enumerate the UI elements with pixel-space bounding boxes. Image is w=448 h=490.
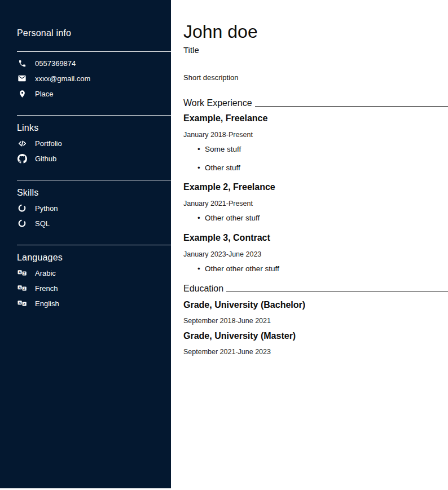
skills-section: Skills Python SQL bbox=[17, 180, 171, 245]
location-pin-icon bbox=[17, 89, 27, 99]
person-name: John doe bbox=[183, 21, 448, 42]
languages-section: Languages AZ Arabic AZ French AZ bbox=[17, 245, 171, 325]
circle-notch-icon bbox=[17, 218, 27, 228]
email-row: xxxx@gmail.com bbox=[17, 73, 171, 83]
work-entry: Example 3, Contract January 2023-June 20… bbox=[183, 233, 448, 273]
bullet-item: Other other other stuff bbox=[183, 265, 448, 273]
language-label: French bbox=[35, 284, 58, 293]
links-heading: Links bbox=[17, 123, 171, 133]
resume-page: Personal info 0557369874 xxxx@gmail.com bbox=[0, 0, 448, 490]
email-address: xxxx@gmail.com bbox=[35, 74, 90, 83]
degree-period: September 2018-June 2021 bbox=[183, 317, 448, 325]
language-label: Arabic bbox=[35, 269, 56, 277]
github-link[interactable]: Github bbox=[17, 153, 171, 164]
languages-heading: Languages bbox=[17, 253, 171, 263]
sidebar: Personal info 0557369874 xxxx@gmail.com bbox=[0, 0, 171, 488]
job-bullets: Other other other stuff bbox=[183, 265, 448, 273]
github-label: Github bbox=[35, 154, 56, 163]
degree-title: Grade, University (Master) bbox=[183, 331, 448, 341]
portfolio-link[interactable]: Portfolio bbox=[17, 138, 171, 148]
language-item: AZ English bbox=[17, 298, 171, 308]
work-experience-header: Work Experience bbox=[183, 98, 448, 108]
portfolio-label: Portfolio bbox=[35, 139, 62, 148]
job-period: January 2018-Present bbox=[183, 131, 448, 139]
personal-info-heading: Personal info bbox=[17, 28, 171, 38]
personal-info-section: Personal info 0557369874 xxxx@gmail.com bbox=[17, 28, 171, 115]
short-description: Short description bbox=[183, 73, 448, 82]
skills-heading: Skills bbox=[17, 188, 171, 198]
education-header: Education bbox=[183, 284, 448, 294]
bullet-item: Other other stuff bbox=[183, 214, 448, 223]
envelope-icon bbox=[17, 73, 27, 83]
language-icon: AZ bbox=[17, 298, 27, 308]
circle-notch-icon bbox=[17, 203, 27, 213]
job-title: Example, Freelance bbox=[183, 113, 448, 123]
location-text: Place bbox=[35, 90, 54, 98]
main-content: John doe Title Short description Work Ex… bbox=[171, 0, 448, 490]
degree-period: September 2021-June 2023 bbox=[183, 348, 448, 356]
job-bullets: Other other stuff bbox=[183, 214, 448, 223]
phone-row: 0557369874 bbox=[17, 58, 171, 68]
degree-title: Grade, University (Bachelor) bbox=[183, 300, 448, 310]
skill-item: SQL bbox=[17, 218, 171, 228]
divider bbox=[17, 51, 171, 52]
svg-text:Z: Z bbox=[23, 302, 25, 306]
language-icon: AZ bbox=[17, 268, 27, 278]
svg-text:A: A bbox=[19, 286, 21, 289]
job-title: Example 3, Contract bbox=[183, 233, 448, 243]
work-entry: Example, Freelance January 2018-Present … bbox=[183, 113, 448, 173]
education-heading: Education bbox=[183, 284, 223, 294]
header-rule bbox=[255, 106, 448, 107]
header-rule bbox=[226, 292, 448, 292]
code-icon bbox=[17, 138, 27, 148]
svg-text:Z: Z bbox=[23, 287, 25, 290]
links-section: Links Portfolio Github bbox=[17, 116, 171, 180]
github-icon bbox=[17, 153, 27, 164]
skill-item: Python bbox=[17, 203, 171, 213]
job-bullets: Some stuff Other stuff bbox=[183, 145, 448, 173]
person-title: Title bbox=[183, 45, 448, 55]
location-row: Place bbox=[17, 89, 171, 99]
language-label: English bbox=[35, 299, 59, 308]
phone-icon bbox=[17, 58, 27, 68]
skill-label: SQL bbox=[35, 219, 50, 228]
job-period: January 2021-Present bbox=[183, 200, 448, 208]
job-title: Example 2, Freelance bbox=[183, 182, 448, 192]
language-item: AZ French bbox=[17, 283, 171, 293]
language-icon: AZ bbox=[17, 283, 27, 293]
language-item: AZ Arabic bbox=[17, 268, 171, 278]
bullet-item: Other stuff bbox=[183, 164, 448, 173]
svg-text:A: A bbox=[19, 301, 21, 304]
skill-label: Python bbox=[35, 204, 58, 213]
job-period: January 2023-June 2023 bbox=[183, 250, 448, 258]
phone-number: 0557369874 bbox=[35, 59, 76, 68]
svg-text:A: A bbox=[19, 271, 21, 274]
education-entry: Grade, University (Bachelor) September 2… bbox=[183, 300, 448, 325]
work-experience-heading: Work Experience bbox=[183, 98, 252, 108]
work-entry: Example 2, Freelance January 2021-Presen… bbox=[183, 182, 448, 223]
education-entry: Grade, University (Master) September 202… bbox=[183, 331, 448, 356]
svg-text:Z: Z bbox=[23, 272, 25, 275]
bullet-item: Some stuff bbox=[183, 145, 448, 154]
